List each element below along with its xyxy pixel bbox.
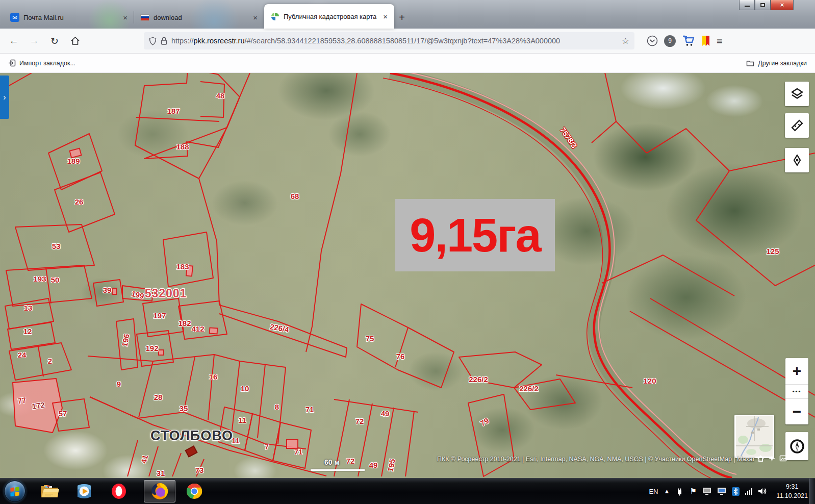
area-measurement-box: 9,15га (395, 199, 555, 271)
parcel-label: 125 (766, 247, 779, 256)
parcel-label: 187 (167, 107, 180, 115)
home-button[interactable] (66, 33, 84, 49)
town-label: СТОЛБОВО (150, 428, 233, 444)
parcel-boundaries-layer (0, 73, 815, 478)
minimap-content (736, 416, 773, 457)
action-center-flag-icon[interactable]: ⚑ (690, 487, 696, 496)
zoom-out-button[interactable]: − (785, 399, 808, 425)
compass-small-icon[interactable] (768, 455, 776, 462)
taskbar-explorer[interactable] (40, 481, 59, 501)
side-panel-toggle[interactable]: › (0, 75, 9, 119)
home-map-icon[interactable] (757, 455, 765, 462)
scale-bar (311, 469, 365, 471)
parcel-label: 7 (265, 442, 269, 451)
bookmark-star-icon[interactable]: ☆ (622, 36, 629, 46)
parcel-label: 31 (157, 469, 165, 477)
power-plug-icon[interactable] (675, 487, 684, 496)
taskbar-firefox-active[interactable] (144, 480, 175, 502)
pocket-icon[interactable] (647, 35, 658, 46)
measure-button[interactable] (785, 113, 809, 138)
clock-date: 11.10.2021 (776, 491, 808, 500)
forward-button[interactable]: → (26, 33, 43, 49)
opera-icon (110, 483, 128, 500)
show-desktop-button[interactable] (809, 478, 815, 504)
taskbar-media-player[interactable] (74, 481, 94, 501)
parcel-label: 68 (291, 192, 299, 200)
map-attribution: ПКК © Росреестр 2010-2021 | Esri, Interm… (437, 456, 755, 463)
zoom-in-button[interactable]: + (785, 358, 808, 385)
parcel-label: 75 (366, 334, 374, 343)
taskbar-opera[interactable] (109, 481, 129, 501)
parcel-label: 77 (17, 395, 27, 406)
parcel-label: 11 (238, 416, 246, 424)
menu-icon[interactable]: ≡ (717, 35, 723, 47)
other-bookmarks-item[interactable]: Другие закладки (746, 60, 807, 67)
reload-button[interactable]: ↻ (46, 33, 63, 49)
import-icon (8, 59, 16, 67)
hidden-icons-arrow[interactable]: ▲ (664, 488, 670, 495)
minimize-button[interactable] (739, 0, 755, 10)
signal-strength-icon[interactable] (745, 488, 753, 495)
tab-pkk-active[interactable]: Публичная кадастровая карта × (264, 4, 394, 29)
parcel-label: 193 (33, 274, 46, 283)
zoom-more-button[interactable]: ••• (785, 385, 808, 399)
zoom-panel: + ••• − (785, 358, 808, 424)
overview-minimap[interactable] (734, 415, 774, 458)
layers-icon (791, 87, 804, 100)
crosshair-icon (791, 154, 804, 167)
tab-close-icon[interactable]: × (251, 13, 259, 22)
tab-download[interactable]: download × (134, 6, 264, 29)
compass-button[interactable] (785, 432, 808, 460)
adblock-badge[interactable]: 9 (664, 35, 676, 47)
parcel-label: 53 (52, 242, 61, 250)
shield-icon (149, 37, 157, 45)
folder-explorer-icon (40, 483, 59, 499)
parcel-label: 8 (275, 402, 279, 411)
parcel-label: 49 (381, 409, 390, 418)
url-bar[interactable]: https://pkk.rosreestr.ru/#/search/58.934… (144, 32, 634, 49)
tab-close-icon[interactable]: × (381, 12, 389, 21)
tab-mailru[interactable]: ✉ Почта Mail.ru × (4, 6, 134, 29)
desktop: ✉ Почта Mail.ru × download × Публичная к… (0, 0, 815, 504)
parcel-label: 39 (103, 286, 112, 294)
tab-title: Публичная кадастровая карта (284, 13, 377, 20)
area-measurement-label: 9,15га (410, 209, 541, 262)
volume-icon[interactable] (758, 487, 768, 495)
parcel-label: 9 (117, 380, 121, 388)
parcel-label: 172 (31, 400, 45, 411)
tab-title: download (154, 14, 247, 21)
layers-button[interactable] (785, 82, 809, 106)
parcel-fill (158, 349, 164, 356)
close-button[interactable]: × (771, 0, 794, 10)
lock-icon (161, 37, 167, 45)
parcel-label: 73 (195, 466, 204, 474)
new-tab-button[interactable]: + (394, 6, 410, 29)
parcel-label: 197 (153, 311, 166, 320)
back-button[interactable]: ← (5, 33, 22, 49)
russia-flag-icon (140, 14, 149, 21)
bluetooth-icon[interactable] (732, 487, 740, 496)
start-button[interactable] (4, 481, 26, 502)
parcel-label: 48 (216, 91, 225, 100)
bookmark-flag-icon[interactable] (701, 35, 710, 46)
pkk-logo-icon (270, 12, 279, 21)
parcel-label: 71 (294, 447, 303, 456)
locate-button[interactable] (785, 148, 809, 172)
parcel-label: 2 (48, 357, 52, 365)
taskbar-chrome[interactable] (185, 481, 204, 501)
parcel-label: 188 (176, 142, 189, 151)
cart-icon[interactable] (682, 35, 695, 47)
taskbar-clock[interactable]: 9:31 11.10.2021 (776, 482, 808, 500)
language-indicator[interactable]: EN (649, 488, 658, 495)
display-icon[interactable] (702, 487, 711, 495)
cadastral-map[interactable]: 4818718818926531935013122423919953200118… (0, 73, 815, 478)
parcel-label: 182 (178, 319, 191, 327)
windows-logo-icon (9, 486, 20, 497)
network-display-icon[interactable] (717, 487, 726, 495)
import-bookmarks-item[interactable]: Импорт закладок... (8, 59, 75, 67)
screenshot-icon[interactable] (779, 455, 787, 462)
mailru-icon: ✉ (10, 13, 19, 22)
restore-button[interactable] (755, 0, 771, 10)
parcel-label: 226/2 (469, 375, 488, 384)
tab-close-icon[interactable]: × (121, 13, 129, 22)
